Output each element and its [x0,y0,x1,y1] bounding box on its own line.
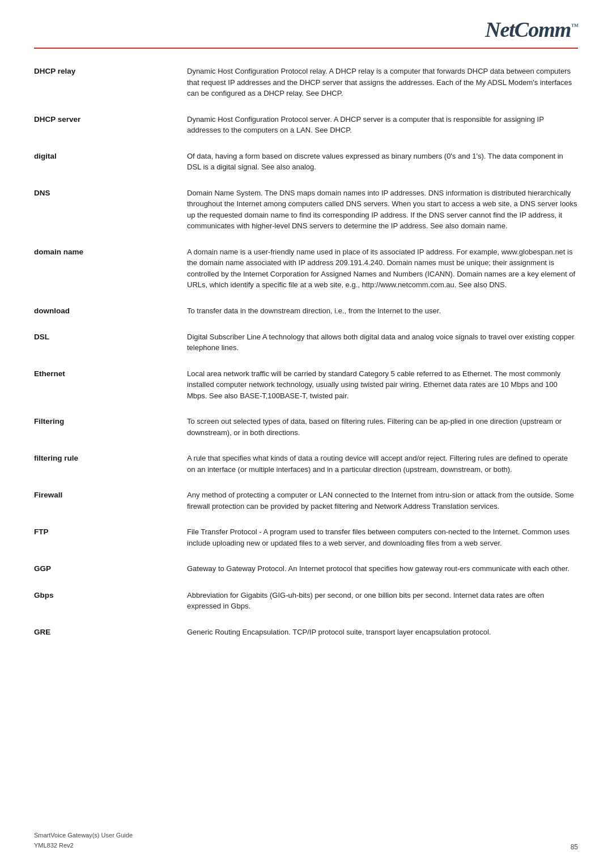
glossary-term: DHCP server [34,108,187,145]
glossary-definition: Local area network traffic will be carri… [187,363,578,411]
glossary-term: DSL [34,326,187,363]
page-footer: SmartVoice Gateway(s) User Guide YML832 … [34,830,578,851]
glossary-row: GGPGateway to Gateway Protocol. An Inter… [34,558,578,584]
logo-tm: ™ [571,22,578,31]
logo-text: NetComm [485,18,571,41]
page-header: NetComm™ [34,17,578,49]
glossary-row: GREGeneric Routing Encapsulation. TCP/IP… [34,621,578,647]
glossary-definition: To transfer data in the downstream direc… [187,300,578,326]
footer-left: SmartVoice Gateway(s) User Guide YML832 … [34,830,133,851]
glossary-term: Gbps [34,584,187,621]
glossary-term: GGP [34,558,187,584]
glossary-row: domain nameA domain name is a user-frien… [34,241,578,300]
glossary-term: DNS [34,182,187,241]
glossary-term: GRE [34,621,187,647]
glossary-definition: To screen out selected types of data, ba… [187,410,578,447]
netcomm-logo: NetComm™ [485,17,578,42]
glossary-term: domain name [34,241,187,300]
glossary-row: downloadTo transfer data in the downstre… [34,300,578,326]
glossary-definition: Abbreviation for Gigabits (GIG-uh-bits) … [187,584,578,621]
glossary-row: EthernetLocal area network traffic will … [34,363,578,411]
glossary-row: FTPFile Transfer Protocol - A program us… [34,521,578,558]
footer-model: YML832 Rev2 [34,840,133,851]
glossary-definition: Digital Subscriber Line A technology tha… [187,326,578,363]
glossary-definition: File Transfer Protocol - A program used … [187,521,578,558]
glossary-term: digital [34,145,187,182]
glossary-term: Ethernet [34,363,187,411]
glossary-definition: Domain Name System. The DNS maps domain … [187,182,578,241]
glossary-row: GbpsAbbreviation for Gigabits (GIG-uh-bi… [34,584,578,621]
glossary-term: filtering rule [34,447,187,484]
footer-product: SmartVoice Gateway(s) User Guide [34,830,133,841]
glossary-row: DSLDigital Subscriber Line A technology … [34,326,578,363]
glossary-row: FilteringTo screen out selected types of… [34,410,578,447]
glossary-term: DHCP relay [34,60,187,108]
glossary-definition: Dynamic Host Configuration Protocol rela… [187,60,578,108]
glossary-row: digitalOf data, having a form based on d… [34,145,578,182]
glossary-row: DHCP relayDynamic Host Configuration Pro… [34,60,578,108]
glossary-row: DNSDomain Name System. The DNS maps doma… [34,182,578,241]
glossary-definition: Gateway to Gateway Protocol. An Internet… [187,558,578,584]
glossary-row: DHCP serverDynamic Host Configuration Pr… [34,108,578,145]
glossary-definition: A rule that specifies what kinds of data… [187,447,578,484]
glossary-table: DHCP relayDynamic Host Configuration Pro… [34,60,578,647]
glossary-term: Filtering [34,410,187,447]
glossary-term: download [34,300,187,326]
glossary-term: FTP [34,521,187,558]
glossary-row: FirewallAny method of protecting a compu… [34,484,578,521]
glossary-definition: A domain name is a user-friendly name us… [187,241,578,300]
glossary-definition: Of data, having a form based on discrete… [187,145,578,182]
glossary-definition: Dynamic Host Configuration Protocol serv… [187,108,578,145]
glossary-definition: Any method of protecting a computer or L… [187,484,578,521]
glossary-row: filtering ruleA rule that specifies what… [34,447,578,484]
glossary-term: Firewall [34,484,187,521]
page: NetComm™ DHCP relayDynamic Host Configur… [0,0,612,868]
footer-page-number: 85 [571,843,578,851]
glossary-definition: Generic Routing Encapsulation. TCP/IP pr… [187,621,578,647]
